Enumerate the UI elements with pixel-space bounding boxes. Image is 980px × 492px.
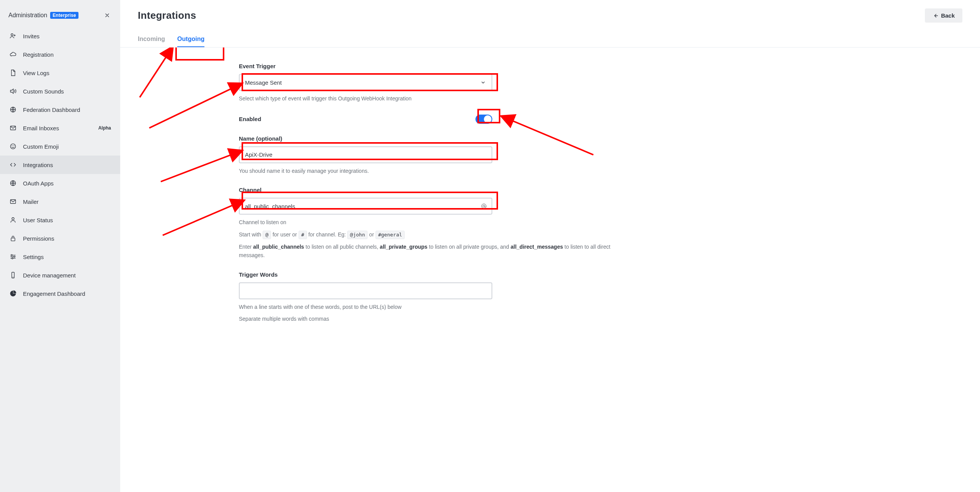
- sidebar-item-device-management[interactable]: Device management: [0, 266, 120, 284]
- sidebar-item-label: Custom Sounds: [23, 88, 64, 95]
- volume-icon: [9, 87, 17, 95]
- sidebar-item-integrations[interactable]: Integrations: [0, 156, 120, 174]
- admin-sidebar: Administration Enterprise Invites Regist…: [0, 0, 120, 492]
- sidebar-item-mailer[interactable]: Mailer: [0, 192, 120, 211]
- channel-help-3: Enter all_public_channels to listen on a…: [239, 243, 614, 259]
- smile-icon: [9, 143, 17, 150]
- trigger-words-help-2: Separate multiple words with commas: [239, 315, 614, 323]
- cloud-icon: [9, 51, 17, 58]
- name-label: Name (optional): [239, 135, 614, 142]
- sidebar-nav: Invites Registration View Logs Custom So…: [0, 27, 120, 492]
- svg-point-5: [14, 146, 14, 146]
- code-icon: [9, 161, 17, 169]
- main-panel: Integrations Back Incoming Outgoing Even…: [120, 0, 980, 492]
- enabled-toggle[interactable]: [475, 115, 492, 124]
- user-icon: [9, 216, 17, 224]
- mention-icon[interactable]: [480, 202, 488, 210]
- svg-point-0: [11, 34, 13, 36]
- trigger-words-label: Trigger Words: [239, 271, 614, 278]
- sidebar-item-label: Federation Dashboard: [23, 107, 80, 113]
- trigger-words-input[interactable]: [239, 282, 492, 299]
- tab-outgoing[interactable]: Outgoing: [177, 36, 204, 47]
- trigger-words-help-1: When a line starts with one of these wor…: [239, 303, 614, 312]
- highlight-tab-outgoing: [175, 48, 224, 61]
- sidebar-item-label: Settings: [23, 254, 44, 260]
- sidebar-item-email-inboxes[interactable]: Email Inboxes Alpha: [0, 119, 120, 137]
- sidebar-header-left: Administration Enterprise: [8, 12, 78, 19]
- sidebar-item-label: Custom Emoji: [23, 143, 59, 150]
- channel-label: Channel: [239, 187, 614, 193]
- sidebar-item-view-logs[interactable]: View Logs: [0, 64, 120, 82]
- enterprise-badge: Enterprise: [50, 12, 78, 19]
- annotation-arrow-icon: [159, 189, 247, 239]
- mail-icon: [9, 124, 17, 132]
- outgoing-form: Event Trigger Message Sent Select which …: [239, 63, 614, 323]
- field-channel: Channel Channel to listen on Start with …: [239, 187, 614, 259]
- svg-line-18: [163, 201, 243, 235]
- content: Event Trigger Message Sent Select which …: [120, 48, 980, 492]
- sidebar-item-label: Integrations: [23, 162, 53, 168]
- file-icon: [9, 69, 17, 77]
- svg-point-19: [483, 205, 485, 207]
- sidebar-item-label: Engagement Dashboard: [23, 290, 85, 297]
- sidebar-item-invites[interactable]: Invites: [0, 27, 120, 45]
- channel-input-wrap: [239, 198, 492, 215]
- svg-point-12: [12, 258, 13, 259]
- sidebar-item-federation-dashboard[interactable]: Federation Dashboard: [0, 100, 120, 119]
- topbar: Integrations Back: [120, 0, 980, 23]
- arrow-left-icon: [933, 13, 939, 19]
- sidebar-item-label: View Logs: [23, 70, 49, 76]
- event-trigger-help: Select which type of event will trigger …: [239, 95, 614, 103]
- tab-incoming[interactable]: Incoming: [138, 36, 165, 47]
- sidebar-item-user-status[interactable]: User Status: [0, 211, 120, 229]
- sidebar-title: Administration: [8, 12, 47, 19]
- back-label: Back: [941, 12, 955, 19]
- sidebar-item-label: Invites: [23, 33, 39, 39]
- sidebar-item-label: Email Inboxes: [23, 125, 59, 131]
- toggle-knob: [484, 115, 492, 123]
- enabled-row: Enabled: [239, 115, 492, 124]
- svg-point-4: [12, 146, 12, 146]
- field-name: Name (optional) You should name it to ea…: [239, 135, 614, 175]
- event-trigger-value: Message Sent: [245, 79, 282, 86]
- globe-icon: [9, 106, 17, 113]
- channel-help-2: Start with @ for user or # for channel. …: [239, 231, 614, 239]
- globe-icon: [9, 179, 17, 187]
- sidebar-item-engagement-dashboard[interactable]: Engagement Dashboard: [0, 284, 120, 303]
- page-title: Integrations: [138, 10, 196, 21]
- channel-help-1: Channel to listen on: [239, 218, 614, 227]
- sidebar-item-label: Device management: [23, 272, 76, 279]
- svg-point-3: [10, 144, 15, 149]
- name-input[interactable]: [239, 146, 492, 163]
- content-inner: Event Trigger Message Sent Select which …: [138, 63, 962, 323]
- tabs: Incoming Outgoing: [120, 24, 980, 48]
- sidebar-item-registration[interactable]: Registration: [0, 45, 120, 64]
- sidebar-item-permissions[interactable]: Permissions: [0, 229, 120, 248]
- close-icon: [104, 12, 110, 18]
- sidebar-item-label: Permissions: [23, 235, 54, 242]
- svg-line-14: [140, 48, 172, 97]
- svg-point-10: [11, 254, 12, 256]
- event-trigger-select[interactable]: Message Sent: [239, 74, 492, 91]
- svg-line-17: [161, 151, 241, 182]
- annotation-arrow-icon: [136, 48, 186, 101]
- close-button[interactable]: [103, 11, 112, 20]
- svg-point-11: [14, 256, 15, 257]
- chevron-down-icon: [480, 79, 486, 85]
- sliders-icon: [9, 253, 17, 261]
- field-enabled: Enabled: [239, 115, 614, 124]
- sidebar-item-oauth-apps[interactable]: OAuth Apps: [0, 174, 120, 192]
- sidebar-item-label: OAuth Apps: [23, 180, 54, 187]
- sidebar-header: Administration Enterprise: [0, 0, 120, 27]
- field-event-trigger: Event Trigger Message Sent Select which …: [239, 63, 614, 103]
- sidebar-item-settings[interactable]: Settings: [0, 248, 120, 266]
- back-button[interactable]: Back: [925, 8, 962, 23]
- sidebar-item-custom-sounds[interactable]: Custom Sounds: [0, 82, 120, 100]
- sidebar-item-label: Registration: [23, 51, 54, 58]
- sidebar-item-custom-emoji[interactable]: Custom Emoji: [0, 137, 120, 156]
- svg-rect-9: [11, 238, 15, 241]
- name-help: You should name it to easily manage your…: [239, 167, 614, 175]
- event-trigger-label: Event Trigger: [239, 63, 614, 69]
- sidebar-item-label: User Status: [23, 217, 53, 223]
- channel-input[interactable]: [239, 198, 492, 215]
